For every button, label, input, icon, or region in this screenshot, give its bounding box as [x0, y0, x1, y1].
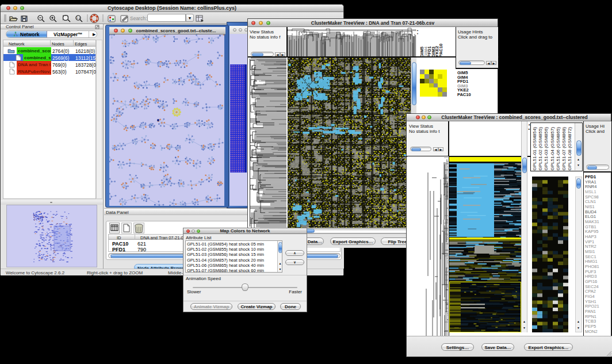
svg-text:1:1: 1:1: [76, 17, 81, 20]
svg-text:Search:: Search:: [130, 16, 147, 21]
